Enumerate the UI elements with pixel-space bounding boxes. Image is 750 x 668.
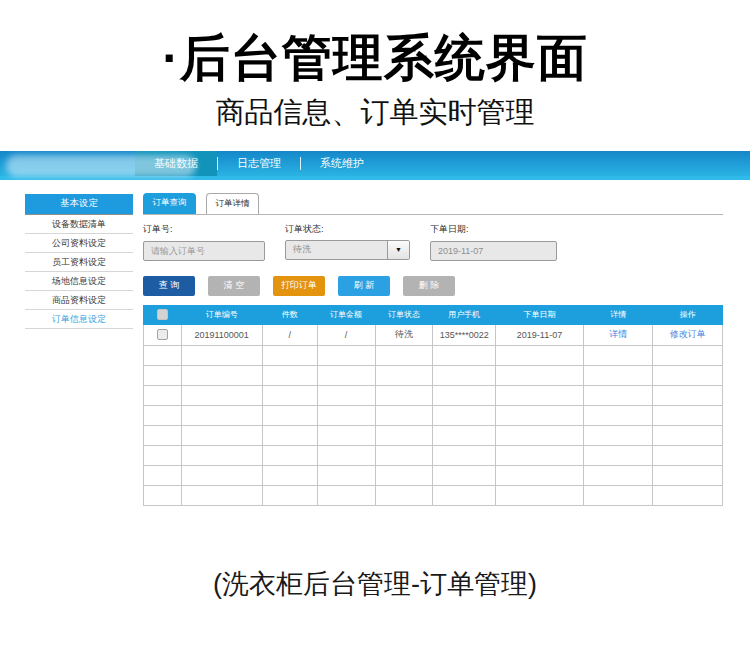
empty-cell [653,345,723,365]
empty-cell [653,465,723,485]
empty-cell [375,385,433,405]
column-header-6: 详情 [583,305,652,324]
empty-cell [181,365,262,385]
empty-table-row [144,405,723,425]
order-status-select[interactable]: 待洗 ▼ [285,240,410,260]
empty-cell [583,425,652,445]
empty-cell [583,385,652,405]
modify-order-link[interactable]: 修改订单 [670,329,706,339]
content-tabs-row: 订单查询订单详情 [143,194,723,215]
logo-placeholder [6,155,196,177]
order-no-input[interactable] [143,241,265,261]
empty-cell [433,485,496,505]
main-panel: 订单查询订单详情 订单号: 订单状态: 待洗 ▼ 下单日期: 查 询清 空打印订… [143,186,723,506]
empty-cell [144,405,182,425]
order-status-value: 待洗 [286,241,387,259]
order-date-input[interactable] [430,241,557,261]
page-title: ·后台管理系统界面 [0,30,750,88]
sidebar-item-device-data-list[interactable]: 设备数据清单 [25,215,133,234]
empty-cell [495,365,583,385]
empty-cell [433,365,496,385]
empty-cell [653,425,723,445]
order-status-label: 订单状态: [285,223,410,236]
order-no-field: 订单号: [143,223,265,261]
empty-cell [375,445,433,465]
empty-cell [433,385,496,405]
sidebar-header-basic-settings[interactable]: 基本设定 [25,194,133,215]
chevron-down-icon[interactable]: ▼ [387,241,409,259]
empty-cell [262,365,317,385]
order-no-label: 订单号: [143,223,265,236]
detail-link[interactable]: 详情 [609,329,627,339]
cell-amount: / [317,324,375,345]
column-header-5: 下单日期 [495,305,583,324]
empty-cell [317,485,375,505]
column-header-7: 操作 [653,305,723,324]
empty-table-row [144,345,723,365]
sidebar-item-site-info[interactable]: 场地信息设定 [25,272,133,291]
footer-caption: (洗衣柜后台管理-订单管理) [0,566,750,602]
select-all-checkbox[interactable] [157,309,168,320]
table-header-row: 订单编号件数订单金额订单状态用户手机下单日期详情操作 [144,305,723,324]
row-checkbox[interactable] [157,329,168,340]
empty-cell [375,405,433,425]
empty-cell [375,465,433,485]
tab-order-detail[interactable]: 订单详情 [206,193,259,214]
select-all-header-cell [144,305,182,324]
column-header-3: 订单状态 [375,305,433,324]
empty-cell [495,345,583,365]
empty-cell [144,385,182,405]
empty-cell [144,485,182,505]
sidebar: 基本设定 设备数据清单公司资料设定员工资料设定场地信息设定商品资料设定订单信息设… [25,186,133,506]
empty-table-row [144,465,723,485]
cell-detail: 详情 [583,324,652,345]
print-order-button[interactable]: 打印订单 [273,276,325,296]
empty-cell [317,465,375,485]
sidebar-item-company-info[interactable]: 公司资料设定 [25,234,133,253]
refresh-button[interactable]: 刷 新 [338,276,390,296]
cell-status: 待洗 [375,324,433,345]
empty-table-row [144,445,723,465]
empty-cell [433,345,496,365]
column-header-1: 件数 [262,305,317,324]
empty-cell [262,345,317,365]
empty-cell [495,445,583,465]
empty-cell [375,365,433,385]
cell-order_no: 20191100001 [181,324,262,345]
sidebar-item-staff-info[interactable]: 员工资料设定 [25,253,133,272]
empty-cell [181,425,262,445]
order-date-label: 下单日期: [430,223,557,236]
empty-cell [375,425,433,445]
action-buttons-row: 查 询清 空打印订单刷 新删 除 [143,276,723,296]
empty-cell [181,345,262,365]
empty-cell [181,385,262,405]
empty-cell [433,425,496,445]
clear-button[interactable]: 清 空 [208,276,260,296]
empty-table-row [144,425,723,445]
table-row: 20191100001//待洗135****00222019-11-07详情修改… [144,324,723,345]
empty-cell [433,405,496,425]
column-header-2: 订单金额 [317,305,375,324]
empty-cell [262,385,317,405]
empty-cell [144,465,182,485]
column-header-4: 用户手机 [433,305,496,324]
delete-button[interactable]: 删 除 [403,276,455,296]
nav-tab-log-management[interactable]: 日志管理 [218,151,300,176]
empty-cell [317,405,375,425]
row-select-cell [144,324,182,345]
sidebar-item-product-info[interactable]: 商品资料设定 [25,291,133,310]
order-table: 订单编号件数订单金额订单状态用户手机下单日期详情操作20191100001//待… [143,305,723,506]
empty-cell [583,445,652,465]
sidebar-item-order-info[interactable]: 订单信息设定 [25,310,133,329]
tab-order-query[interactable]: 订单查询 [143,193,196,214]
empty-cell [653,445,723,465]
empty-cell [262,485,317,505]
empty-table-row [144,385,723,405]
sidebar-items-container: 设备数据清单公司资料设定员工资料设定场地信息设定商品资料设定订单信息设定 [25,215,133,329]
empty-table-row [144,485,723,505]
query-button[interactable]: 查 询 [143,276,195,296]
empty-cell [583,365,652,385]
empty-cell [262,445,317,465]
empty-cell [583,485,652,505]
nav-tab-system-maintenance[interactable]: 系统维护 [301,151,383,176]
